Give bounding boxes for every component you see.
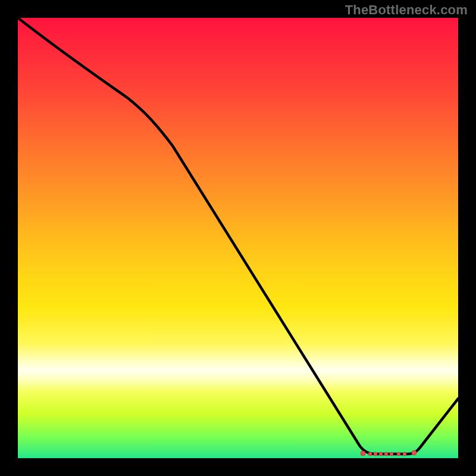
watermark-label: TheBottleneck.com (345, 2, 468, 18)
marker-dot (374, 452, 377, 456)
chart-overlay (18, 18, 458, 458)
marker-dot (384, 452, 388, 456)
marker-dot (412, 450, 416, 455)
plot-area (18, 18, 458, 458)
bottleneck-curve-line (18, 18, 458, 454)
marker-dot (361, 451, 365, 456)
chart-root: TheBottleneck.com (0, 0, 476, 476)
marker-dot (379, 452, 383, 456)
marker-dot (390, 452, 393, 456)
marker-dot (403, 452, 406, 456)
marker-dot (368, 452, 372, 456)
marker-dot (397, 452, 400, 456)
